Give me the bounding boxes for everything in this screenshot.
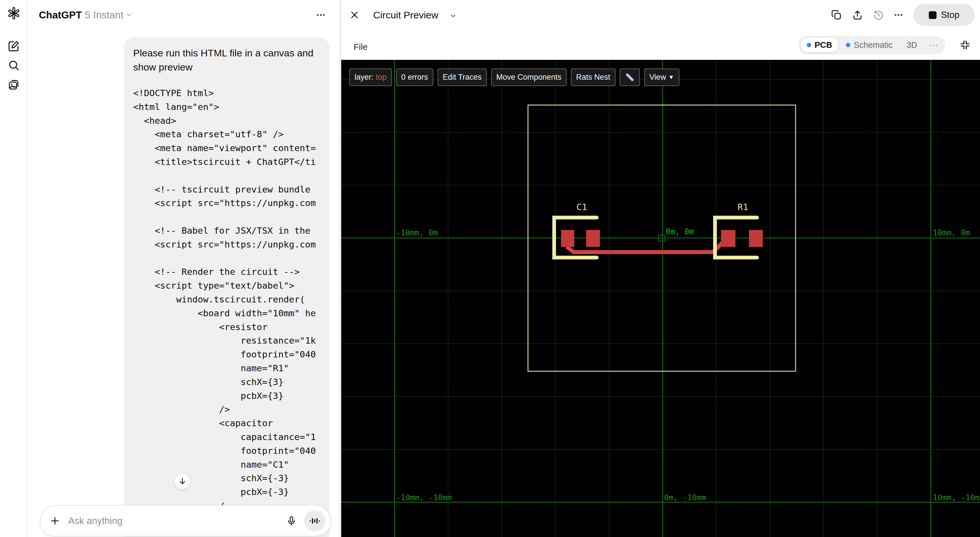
view-caret-icon: ▼ <box>668 74 674 81</box>
tab-3d-label: 3D <box>907 40 917 50</box>
user-message-bubble: Please run this HTML file in a canvas an… <box>124 37 329 537</box>
model-chevron-icon <box>125 9 133 21</box>
view-label: View <box>649 73 666 82</box>
app-title: ChatGPT <box>39 9 82 21</box>
view-tabs: PCB Schematic 3D ··· <box>798 36 945 54</box>
openai-logo-icon[interactable] <box>7 6 21 20</box>
pcb-toolbar: layer: top 0 errors Edit Traces Move Com… <box>349 69 679 86</box>
layer-label: layer: <box>355 73 374 82</box>
scroll-to-bottom-button[interactable] <box>174 473 191 489</box>
errors-label: 0 errors <box>401 73 428 82</box>
errors-button[interactable]: 0 errors <box>396 69 433 86</box>
r1-label: R1 <box>737 202 748 212</box>
file-menu[interactable]: File <box>354 42 368 52</box>
coord-label-left-mid: -10mm, 0m <box>396 228 438 237</box>
tab-pcb[interactable]: PCB <box>800 38 838 53</box>
tabs-more-icon[interactable]: ··· <box>925 41 943 49</box>
coord-label-right-mid: 10mm, 0m <box>933 228 970 237</box>
user-code-block: <!DOCTYPE html> <html lang="en"> <head> … <box>133 86 320 513</box>
exit-fullscreen-icon[interactable] <box>957 37 973 53</box>
coord-label-origin: 0m, 0m <box>666 227 694 236</box>
tab-3d[interactable]: 3D <box>900 38 924 53</box>
pcb-canvas[interactable]: layer: top 0 errors Edit Traces Move Com… <box>341 60 980 537</box>
r1-pad1 <box>721 230 735 247</box>
move-components-button[interactable]: Move Components <box>491 69 567 86</box>
canvas-panel: Circuit Preview <box>339 0 980 537</box>
chat-panel: ChatGPT5 Instant Please run this HTML fi… <box>27 0 339 537</box>
voice-waveform-icon <box>309 515 321 527</box>
stop-button[interactable]: Stop <box>913 4 975 26</box>
r1-pad2 <box>749 230 763 247</box>
coord-label-right-bottom: 10mm, -10mm <box>933 493 980 502</box>
coord-label-left-bottom: -10mm, -10mm <box>396 493 452 502</box>
schematic-status-dot <box>846 43 850 47</box>
pcb-grid <box>341 60 980 537</box>
composer <box>40 505 331 536</box>
tab-schematic-label: Schematic <box>854 40 892 50</box>
app-window: ChatGPT5 Instant Please run this HTML fi… <box>0 0 980 537</box>
history-icon[interactable] <box>872 8 885 22</box>
edit-traces-button[interactable]: Edit Traces <box>438 69 487 86</box>
pcb-status-dot <box>807 43 811 47</box>
plus-icon[interactable] <box>49 515 61 527</box>
layer-value: top <box>376 73 387 82</box>
tab-schematic[interactable]: Schematic <box>840 38 899 53</box>
stop-button-label: Stop <box>941 10 959 20</box>
more-options-icon[interactable] <box>892 8 905 22</box>
chat-header: ChatGPT5 Instant <box>27 0 339 30</box>
mic-icon[interactable] <box>284 513 299 528</box>
search-icon[interactable] <box>7 59 21 72</box>
c1-label: C1 <box>576 202 587 212</box>
edit-traces-label: Edit Traces <box>443 73 482 82</box>
openai-logo-icon <box>7 6 21 20</box>
stop-icon <box>929 11 937 19</box>
left-rail <box>0 0 27 537</box>
layer-button[interactable]: layer: top <box>349 69 392 86</box>
canvas-header: Circuit Preview <box>341 0 980 37</box>
c1-pad2 <box>586 230 600 247</box>
model-selector[interactable]: ChatGPT5 Instant <box>39 9 133 21</box>
c1-pad1 <box>561 230 574 247</box>
share-icon[interactable] <box>851 8 864 22</box>
chat-options-icon[interactable] <box>314 9 328 21</box>
tab-pcb-label: PCB <box>815 40 832 50</box>
canvas-title: Circuit Preview <box>373 9 439 21</box>
rats-nest-button[interactable]: Rats Nest <box>571 69 616 86</box>
title-chevron-icon[interactable] <box>448 11 458 21</box>
model-name: 5 Instant <box>85 9 123 21</box>
pencil-tool-icon <box>625 73 634 81</box>
view-button[interactable]: View ▼ <box>644 69 679 86</box>
library-icon[interactable] <box>7 78 21 91</box>
pcb-drawing: C1 R1 -10mm, 0m 0m, 0m 10mm, 0m -10mm, -… <box>341 60 980 537</box>
close-icon[interactable] <box>348 8 361 22</box>
rats-nest-label: Rats Nest <box>576 73 610 82</box>
edit-tool-button[interactable] <box>620 69 640 86</box>
voice-mode-button[interactable] <box>304 510 325 532</box>
copy-icon[interactable] <box>829 8 843 22</box>
new-chat-icon[interactable] <box>7 39 21 53</box>
down-arrow-icon <box>178 476 187 486</box>
move-components-label: Move Components <box>496 73 562 82</box>
message-input[interactable] <box>68 515 284 526</box>
coord-label-center-bottom: 0m, -10mm <box>664 493 706 502</box>
user-prompt-text: Please run this HTML file in a canvas an… <box>133 46 320 74</box>
